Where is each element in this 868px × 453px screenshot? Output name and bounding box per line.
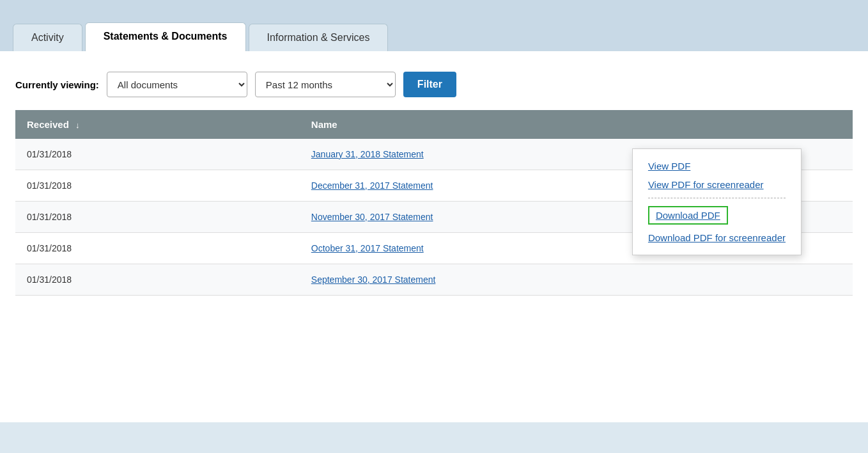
download-pdf-screenreader-link[interactable]: Download PDF for screenreader bbox=[648, 232, 786, 243]
download-pdf-link[interactable]: Download PDF bbox=[648, 206, 728, 225]
document-type-select[interactable]: All documents Statements Tax Documents T… bbox=[107, 72, 247, 97]
cell-received: 01/31/2018 bbox=[15, 264, 300, 296]
sort-arrow-received: ↓ bbox=[75, 120, 80, 130]
doc-link-2[interactable]: December 31, 2017 Statement bbox=[311, 180, 433, 191]
tab-bar: Activity Statements & Documents Informat… bbox=[0, 0, 868, 51]
cell-received: 01/31/2018 bbox=[15, 233, 300, 264]
doc-link-5[interactable]: September 30, 2017 Statement bbox=[311, 274, 436, 285]
filter-label: Currently viewing: bbox=[15, 79, 99, 90]
filter-row: Currently viewing: All documents Stateme… bbox=[15, 67, 853, 97]
table-container: Received ↓ Name 01/31/2018 January 31, 2… bbox=[15, 110, 853, 296]
cell-received: 01/31/2018 bbox=[15, 202, 300, 233]
tab-activity[interactable]: Activity bbox=[13, 24, 82, 51]
column-name: Name bbox=[300, 110, 853, 139]
column-received[interactable]: Received ↓ bbox=[15, 110, 300, 139]
cell-name: September 30, 2017 Statement bbox=[300, 264, 853, 296]
tab-info-services[interactable]: Information & Services bbox=[249, 24, 389, 51]
view-pdf-screenreader-link[interactable]: View PDF for screenreader bbox=[648, 179, 786, 190]
time-period-select[interactable]: Past 12 months Past 24 months Year 2018 … bbox=[255, 72, 396, 97]
table-row: 01/31/2018 September 30, 2017 Statement bbox=[15, 264, 853, 296]
view-pdf-link[interactable]: View PDF bbox=[648, 161, 786, 171]
popup-divider bbox=[648, 198, 786, 198]
tab-statements[interactable]: Statements & Documents bbox=[85, 22, 246, 51]
doc-link-4[interactable]: October 31, 2017 Statement bbox=[311, 243, 424, 253]
table-header-row: Received ↓ Name bbox=[15, 110, 853, 139]
filter-button[interactable]: Filter bbox=[403, 72, 456, 97]
doc-link-1[interactable]: January 31, 2018 Statement bbox=[311, 149, 424, 159]
cell-received: 01/31/2018 bbox=[15, 170, 300, 202]
document-actions-popup: View PDF View PDF for screenreader Downl… bbox=[632, 148, 802, 255]
cell-received: 01/31/2018 bbox=[15, 139, 300, 170]
main-content: Currently viewing: All documents Stateme… bbox=[0, 51, 868, 422]
doc-link-3[interactable]: November 30, 2017 Statement bbox=[311, 212, 433, 222]
